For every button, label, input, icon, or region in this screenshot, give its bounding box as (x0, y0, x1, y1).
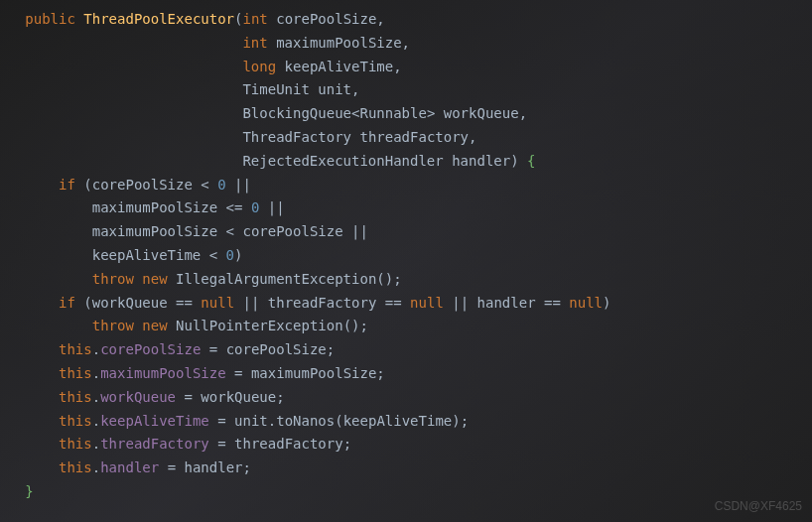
type-runnable: Runnable (359, 105, 426, 121)
keyword-new: new (142, 271, 167, 287)
field-handler: handler (100, 459, 159, 475)
ident: threadFactory (268, 295, 377, 311)
ident: corePoolSize (226, 341, 327, 357)
keyword-this: this (59, 459, 92, 475)
keyword-null: null (569, 295, 603, 311)
type-npe: NullPointerException (176, 318, 343, 333)
type-threadfactory: ThreadFactory (242, 129, 351, 145)
keyword-null: null (410, 295, 444, 311)
keyword-this: this (59, 413, 92, 429)
ident: corePoolSize (92, 177, 193, 193)
field-threadFactory: threadFactory (100, 436, 209, 452)
ident: workQueue (92, 295, 168, 311)
number-zero: 0 (226, 247, 234, 263)
keyword-if: if (59, 177, 75, 193)
param-maximumPoolSize: maximumPoolSize (276, 35, 401, 51)
field-maximumPoolSize: maximumPoolSize (100, 365, 225, 381)
code-block: public ThreadPoolExecutor(int corePoolSi… (0, 0, 812, 504)
watermark: CSDN@XF4625 (715, 496, 802, 516)
keyword-this: this (59, 341, 92, 357)
number-zero: 0 (217, 177, 225, 193)
ident: corePoolSize (242, 223, 342, 239)
type-int: int (242, 11, 267, 27)
ident: unit (234, 413, 268, 429)
param-handler: handler (452, 153, 510, 169)
ident: threadFactory (234, 436, 343, 452)
ident: handler (185, 459, 243, 475)
type-timeunit: TimeUnit (242, 81, 309, 97)
ident: keepAliveTime (92, 247, 202, 263)
ident: maximumPoolSize (92, 223, 217, 239)
keyword-public: public (25, 11, 75, 27)
param-threadFactory: threadFactory (359, 129, 469, 145)
param-corePoolSize: corePoolSize (276, 11, 376, 27)
param-workQueue: workQueue (444, 105, 519, 121)
method-name: ThreadPoolExecutor (83, 11, 234, 27)
param-unit: unit (318, 81, 351, 97)
type-blockingqueue: BlockingQueue (242, 105, 351, 121)
field-keepAliveTime: keepAliveTime (100, 413, 209, 429)
keyword-new: new (142, 318, 167, 333)
field-workQueue: workQueue (100, 389, 176, 405)
ident: handler (477, 295, 536, 311)
type-long: long (242, 59, 276, 74)
type-int: int (242, 35, 267, 51)
keyword-this: this (59, 436, 92, 452)
ident: maximumPoolSize (92, 199, 217, 215)
arg: keepAliveTime (343, 413, 453, 429)
keyword-this: this (59, 365, 92, 381)
field-corePoolSize: corePoolSize (100, 341, 201, 357)
type-exception: IllegalArgumentException (176, 271, 376, 287)
ident: maximumPoolSize (251, 365, 376, 381)
method-toNanos: toNanos (276, 413, 335, 429)
param-keepAliveTime: keepAliveTime (285, 59, 394, 74)
keyword-this: this (59, 389, 92, 405)
keyword-throw: throw (92, 271, 134, 287)
keyword-throw: throw (92, 318, 134, 333)
keyword-null: null (201, 295, 234, 311)
number-zero: 0 (251, 199, 259, 215)
type-handler: RejectedExecutionHandler (242, 153, 443, 169)
keyword-if: if (59, 295, 75, 311)
ident: workQueue (201, 389, 276, 405)
